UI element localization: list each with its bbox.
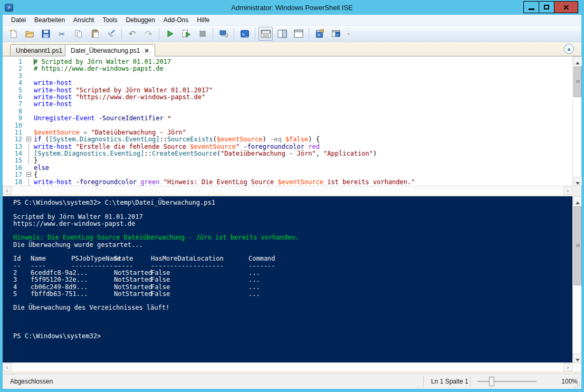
zoom-slider[interactable] (477, 381, 537, 382)
menu-item-debuggen[interactable]: Debuggen (121, 15, 159, 25)
start-powershell-button[interactable]: >_ (237, 27, 252, 41)
toolbar-separator (234, 28, 234, 40)
start-powershell-icon: >_ (240, 29, 250, 39)
zoom-level: 100% (557, 378, 578, 385)
fold-gutter (24, 65, 34, 72)
menu-item-hilfe[interactable]: Hilfe (193, 15, 214, 25)
new-file-button[interactable] (6, 27, 20, 41)
clear-output-button[interactable] (104, 27, 118, 41)
layout-script-maximized-button[interactable] (291, 27, 305, 41)
fold-gutter (24, 87, 34, 93)
fold-gutter (24, 114, 34, 121)
scroll-right-arrow[interactable]: › (563, 186, 572, 195)
menu-item-ansicht[interactable]: Ansicht (69, 15, 98, 25)
toolbar-separator (213, 28, 213, 40)
code-line: 8 (3, 108, 572, 114)
redo-button[interactable]: ↷ (141, 27, 156, 41)
scroll-down-arrow[interactable] (573, 353, 581, 362)
job-table-cell: False (151, 276, 170, 283)
undo-button[interactable]: ↶ (125, 27, 139, 41)
console-pane[interactable]: PS C:\Windows\system32> C:\temp\Datei_Üb… (3, 196, 581, 362)
job-table-cell: ... (248, 269, 260, 276)
menu-item-add-ons[interactable]: Add-Ons (159, 15, 193, 25)
paste-button[interactable] (88, 27, 102, 41)
menu-item-datei[interactable]: Datei (7, 15, 30, 25)
line-number: 14 (3, 150, 24, 157)
open-button[interactable] (22, 27, 36, 41)
job-table-cell: 6ceddfc8-9a2... (31, 269, 88, 276)
scroll-right-arrow[interactable]: › (563, 363, 572, 371)
menu-bar: DateiBearbeitenAnsichtToolsDebuggenAdd-O… (3, 15, 581, 26)
close-button[interactable]: ✕ (554, 1, 578, 13)
new-remote-powershell-tab-button[interactable] (216, 27, 231, 41)
fold-collapse-icon[interactable] (26, 172, 31, 177)
layout-script-top-button[interactable] (259, 27, 273, 41)
line-number: 3 (3, 72, 24, 79)
menu-item-tools[interactable]: Tools (98, 15, 121, 25)
copy-button[interactable] (71, 27, 85, 41)
job-table-cell: f5f95120-32e... (31, 276, 88, 283)
close-icon: ✕ (563, 4, 569, 11)
job-table-cell: fbffdb63-751... (31, 290, 88, 298)
console-vertical-scrollbar[interactable] (572, 196, 581, 362)
scroll-up-arrow[interactable] (573, 56, 582, 65)
maximize-button[interactable] (539, 1, 554, 13)
save-button[interactable] (39, 27, 53, 41)
collapse-script-pane-button[interactable]: ▲ (564, 44, 574, 54)
job-table-cell: ----- (114, 262, 133, 270)
menu-item-bearbeiten[interactable]: Bearbeiten (30, 15, 69, 25)
tab-close-icon[interactable]: ✕ (144, 47, 149, 54)
job-table-cell: NotStarted (114, 269, 152, 276)
line-number: 6 (3, 93, 24, 100)
toolbar-overflow-icon[interactable]: ▾ (345, 27, 352, 41)
svg-text:>: > (318, 33, 320, 37)
scroll-up-arrow[interactable] (573, 196, 581, 205)
console-horizontal-scrollbar[interactable]: ‹ › (3, 362, 581, 371)
stop-button[interactable] (195, 27, 209, 41)
toolbar-separator (159, 28, 159, 40)
toolbar: ✂↶↷>_>>▾ (3, 26, 581, 42)
paste-icon (90, 29, 100, 39)
fold-gutter[interactable] (24, 136, 34, 142)
job-table-cell: 3 (13, 276, 17, 283)
run-script-button[interactable] (162, 27, 177, 41)
fold-collapse-icon[interactable] (26, 137, 31, 141)
cut-button[interactable]: ✂ (55, 27, 69, 41)
console-line (13, 325, 560, 332)
tab-unbenannt1[interactable]: Unbenannt1.ps1 (10, 44, 68, 56)
layout-script-top-icon (261, 29, 271, 39)
redo-icon: ↷ (145, 30, 152, 39)
console-line (13, 311, 560, 318)
status-text: Abgeschlossen (10, 378, 53, 385)
scroll-left-arrow[interactable]: ‹ (3, 186, 12, 195)
fold-gutter[interactable] (24, 171, 34, 178)
job-table-cell: ... (248, 276, 260, 283)
fold-gutter (24, 164, 34, 171)
editor-horizontal-scrollbar[interactable]: ‹ › (3, 186, 572, 195)
save-icon (41, 29, 51, 39)
script-editor-pane[interactable]: 1# Scripted by Jörn Walter 01.01.20172# … (3, 56, 581, 195)
fold-guide-line (28, 143, 29, 150)
line-number: 2 (3, 65, 24, 72)
scroll-down-arrow[interactable] (573, 177, 582, 186)
status-divider (470, 376, 471, 387)
line-number: 7 (3, 100, 24, 107)
zoom-slider-thumb[interactable] (489, 377, 494, 386)
editor-scrollbar-thumb[interactable] (573, 66, 581, 97)
tab-label: Unbenannt1.ps1 (16, 47, 62, 54)
job-table-row: 26ceddfc8-9a2...NotStartedFalse... (13, 269, 560, 276)
scroll-left-arrow[interactable]: ‹ (3, 363, 12, 371)
code-line: 11$eventSource = "Dateiüberwachung - Jör… (3, 129, 572, 136)
job-table-cell: False (151, 290, 170, 298)
powershell-window-button[interactable]: > (329, 27, 343, 41)
minimize-button[interactable] (523, 1, 539, 13)
tab-datei-ueberwachung[interactable]: Datei_Überwachung.ps1 ✕ (65, 44, 155, 56)
layout-script-right-button[interactable] (275, 27, 289, 41)
script-editor-code[interactable]: 1# Scripted by Jörn Walter 01.01.20172# … (3, 56, 572, 186)
run-selection-button[interactable] (179, 27, 193, 41)
editor-vertical-scrollbar[interactable] (572, 56, 581, 186)
new-powershell-tab-button[interactable]: > (312, 27, 327, 41)
code-text: write-host "Scripted by Jörn Walter 01.0… (34, 87, 213, 93)
job-table-cell: Id (13, 255, 21, 262)
console-scrollbar-thumb[interactable] (573, 206, 581, 285)
